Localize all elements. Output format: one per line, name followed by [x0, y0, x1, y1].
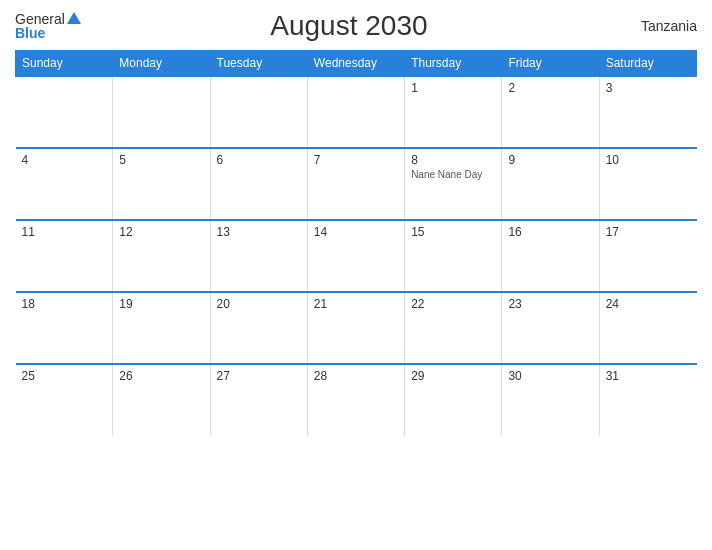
calendar-cell: 23	[502, 292, 599, 364]
calendar-week-row: 25262728293031	[16, 364, 697, 436]
day-number: 30	[508, 369, 592, 383]
calendar-cell: 18	[16, 292, 113, 364]
calendar-cell: 12	[113, 220, 210, 292]
day-number: 19	[119, 297, 203, 311]
calendar-cell	[16, 76, 113, 148]
calendar-cell: 28	[307, 364, 404, 436]
day-number: 7	[314, 153, 398, 167]
calendar-cell: 9	[502, 148, 599, 220]
calendar-cell: 14	[307, 220, 404, 292]
header-monday: Monday	[113, 51, 210, 77]
calendar-cell: 1	[405, 76, 502, 148]
day-number: 26	[119, 369, 203, 383]
day-number: 9	[508, 153, 592, 167]
header-friday: Friday	[502, 51, 599, 77]
header-thursday: Thursday	[405, 51, 502, 77]
calendar-cell: 5	[113, 148, 210, 220]
calendar-cell: 3	[599, 76, 696, 148]
day-number: 5	[119, 153, 203, 167]
calendar-cell	[113, 76, 210, 148]
calendar-cell	[210, 76, 307, 148]
calendar-cell: 16	[502, 220, 599, 292]
calendar-cell: 26	[113, 364, 210, 436]
day-number: 20	[217, 297, 301, 311]
calendar-cell: 11	[16, 220, 113, 292]
calendar-cell: 30	[502, 364, 599, 436]
header-sunday: Sunday	[16, 51, 113, 77]
calendar-cell: 4	[16, 148, 113, 220]
calendar-header: General Blue August 2030 Tanzania	[15, 10, 697, 42]
day-number: 27	[217, 369, 301, 383]
calendar-cell: 8Nane Nane Day	[405, 148, 502, 220]
calendar-cell: 2	[502, 76, 599, 148]
calendar-week-row: 45678Nane Nane Day910	[16, 148, 697, 220]
calendar-cell: 6	[210, 148, 307, 220]
day-number: 17	[606, 225, 691, 239]
country-name: Tanzania	[617, 18, 697, 34]
calendar-cell: 17	[599, 220, 696, 292]
header-saturday: Saturday	[599, 51, 696, 77]
weekday-header-row: Sunday Monday Tuesday Wednesday Thursday…	[16, 51, 697, 77]
day-number: 1	[411, 81, 495, 95]
calendar-grid: Sunday Monday Tuesday Wednesday Thursday…	[15, 50, 697, 436]
calendar-cell: 7	[307, 148, 404, 220]
calendar-title: August 2030	[81, 10, 617, 42]
calendar-cell: 25	[16, 364, 113, 436]
logo: General Blue	[15, 11, 81, 41]
header-tuesday: Tuesday	[210, 51, 307, 77]
calendar-cell: 29	[405, 364, 502, 436]
calendar-cell: 21	[307, 292, 404, 364]
day-number: 25	[22, 369, 107, 383]
day-number: 15	[411, 225, 495, 239]
day-number: 11	[22, 225, 107, 239]
calendar-container: General Blue August 2030 Tanzania Sunday…	[0, 0, 712, 550]
day-number: 6	[217, 153, 301, 167]
calendar-cell: 15	[405, 220, 502, 292]
day-number: 3	[606, 81, 691, 95]
day-number: 29	[411, 369, 495, 383]
day-number: 23	[508, 297, 592, 311]
day-number: 16	[508, 225, 592, 239]
calendar-cell: 13	[210, 220, 307, 292]
day-number: 31	[606, 369, 691, 383]
calendar-cell: 31	[599, 364, 696, 436]
holiday-label: Nane Nane Day	[411, 169, 495, 180]
calendar-week-row: 11121314151617	[16, 220, 697, 292]
calendar-cell: 20	[210, 292, 307, 364]
day-number: 21	[314, 297, 398, 311]
calendar-cell: 19	[113, 292, 210, 364]
day-number: 24	[606, 297, 691, 311]
day-number: 22	[411, 297, 495, 311]
calendar-cell: 22	[405, 292, 502, 364]
day-number: 28	[314, 369, 398, 383]
calendar-cell: 27	[210, 364, 307, 436]
day-number: 14	[314, 225, 398, 239]
calendar-cell: 24	[599, 292, 696, 364]
calendar-cell	[307, 76, 404, 148]
day-number: 13	[217, 225, 301, 239]
day-number: 8	[411, 153, 495, 167]
logo-triangle-icon	[67, 12, 81, 24]
calendar-week-row: 18192021222324	[16, 292, 697, 364]
day-number: 4	[22, 153, 107, 167]
calendar-cell: 10	[599, 148, 696, 220]
day-number: 12	[119, 225, 203, 239]
day-number: 10	[606, 153, 691, 167]
day-number: 2	[508, 81, 592, 95]
day-number: 18	[22, 297, 107, 311]
header-wednesday: Wednesday	[307, 51, 404, 77]
logo-blue: Blue	[15, 25, 45, 41]
calendar-week-row: 123	[16, 76, 697, 148]
